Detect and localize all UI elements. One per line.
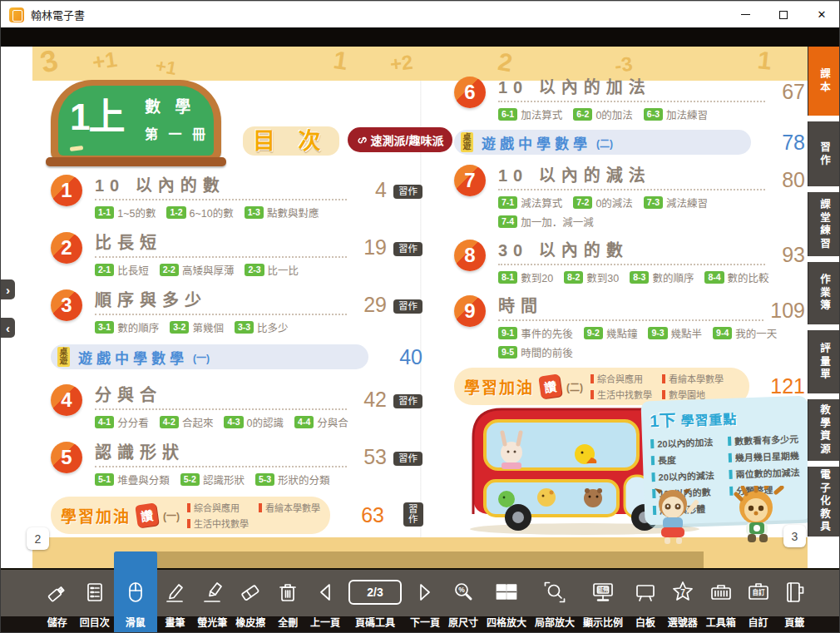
toolbar-page-number-tool-button[interactable]: 2/3 頁碼工具 <box>344 570 406 633</box>
toc-chapter-row[interactable]: 5 認識形狀 53習作 5-1堆疊與分類5-2認識形狀5-3形狀的分類 <box>51 439 422 487</box>
toc-review-row[interactable]: 學習加油 讚 (一) 綜合與應用看繪本學數學生活中找數學 63習作 <box>51 497 422 534</box>
toc-boardgame-row[interactable]: 桌遊 遊戲中學數學(一) 40 <box>51 344 422 369</box>
toc-subsection[interactable]: 9-3幾點半 <box>648 325 702 341</box>
toc-chapter-row[interactable]: 6 10 以內的加法 67 6-1加法算式6-20的加法6-3加法練習 <box>454 74 805 122</box>
toolbar-eraser-button[interactable]: 橡皮擦 <box>231 570 269 633</box>
maximize-button[interactable] <box>764 2 803 28</box>
toc-subsection[interactable]: 2-2高矮與厚薄 <box>160 262 235 278</box>
workbook-badge[interactable]: 習作 <box>393 185 422 200</box>
toolbar-display-ratio-button[interactable]: 延伸 顯示比例 <box>579 570 627 633</box>
horizontal-scrollbar[interactable] <box>139 551 704 568</box>
toc-subsection[interactable]: 7-3減法練習 <box>644 195 708 210</box>
toc-subsection[interactable]: 7-1減法算式 <box>498 195 562 210</box>
toc-subsection[interactable]: 4-2合起來 <box>160 414 214 430</box>
boost-topic-tag: 看繪本學數學 <box>259 501 320 514</box>
mouse-icon <box>123 575 148 610</box>
toc-subsection[interactable]: 9-1事件的先後 <box>498 325 573 341</box>
chapter-page-number: 63 <box>351 505 384 526</box>
quick-test-link[interactable]: 速測派/趣味派 <box>348 127 453 152</box>
subsection-code-badge: 7-1 <box>498 196 517 209</box>
chapter-title: 10 以內的加法 <box>498 78 651 96</box>
toc-chapter-row[interactable]: 3 順序與多少 29習作 3-1數的順序3-2第幾個3-3比多少 <box>51 287 422 335</box>
toc-subsection[interactable]: 7-4加一加．減一減 <box>498 214 594 230</box>
toc-boardgame-row[interactable]: 桌遊 遊戲中學數學(二) 78 <box>454 130 805 155</box>
toc-subsection[interactable]: 7-20的減法 <box>573 195 633 210</box>
workbook-badge[interactable]: 習作 <box>393 452 422 467</box>
toolbar-original-size-button[interactable]: % 原尺寸 <box>444 570 482 633</box>
toc-subsection[interactable]: 8-1數到20 <box>498 270 553 285</box>
toolbar-quad-zoom-button[interactable]: 四格放大 <box>482 570 531 633</box>
toolbar-area-zoom-button[interactable]: 局部放大 <box>531 570 579 633</box>
toc-chapter-row[interactable]: 2 比長短 19習作 2-1比長短2-2高矮與厚薄2-3比一比 <box>51 230 422 278</box>
toc-subsection[interactable]: 1-11~5的數 <box>95 205 156 220</box>
chapter-page-number: 40 <box>389 347 422 368</box>
toc-chapter-row[interactable]: 7 10 以內的減法 80 7-1減法算式7-20的減法7-3減法練習7-4加一… <box>454 162 805 230</box>
sidebar-tab-workbook[interactable]: 習作 <box>808 121 840 186</box>
toolbar-number-picker-button[interactable]: 7 選號器 <box>664 570 702 633</box>
chapter-number-badge: 3 <box>51 289 82 321</box>
subsection-code-badge: 4-2 <box>160 416 179 428</box>
subsection-code-badge: 9-5 <box>498 346 517 359</box>
sidebar-tab-teaching-resources[interactable]: 教學資源 <box>808 399 840 461</box>
subject-label: 數 學 <box>145 94 209 116</box>
toolbar-prev-page-button[interactable]: 上一頁 <box>306 570 344 633</box>
toc-subsection[interactable]: 6-20的加法 <box>573 106 633 122</box>
toolbar-whiteboard-button[interactable]: 白板 <box>627 570 664 633</box>
toc-subsection[interactable]: 9-4我的一天 <box>713 325 777 341</box>
toc-subsection[interactable]: 5-3形狀的分類 <box>255 472 330 487</box>
next-volume-badge: 1下 <box>650 407 676 432</box>
toc-chapter-row[interactable]: 1 10 以內的數 4習作 1-11~5的數1-26~10的數1-3點數與對應 <box>51 172 422 220</box>
learning-point: 20以內的加法 <box>650 434 724 450</box>
toc-subsection[interactable]: 6-3加法練習 <box>644 106 708 122</box>
toolbar-custom-button[interactable]: 自訂 自訂 <box>740 570 777 633</box>
toc-subsection[interactable]: 4-30的認識 <box>224 414 284 430</box>
workbook-badge[interactable]: 習作 <box>393 394 422 409</box>
sidebar-collapse-arrow[interactable]: ‹ <box>1 318 15 338</box>
sidebar-tab-class-practice[interactable]: 課堂練習 <box>808 192 840 256</box>
sidebar-tab-textbook[interactable]: 課本 <box>808 47 840 116</box>
toc-subsection[interactable]: 1-26~10的數 <box>166 205 233 220</box>
toolbar-page-tabs-button[interactable]: 頁籤 <box>776 570 813 633</box>
sidebar-tab-digital-tools[interactable]: 電子化教具 <box>808 467 840 537</box>
toolbar-toolbox-button[interactable]: 工具箱 <box>702 570 740 633</box>
toc-subsection[interactable]: 9-2幾點鐘 <box>584 325 638 341</box>
toc-subsection[interactable]: 3-3比多少 <box>235 319 289 335</box>
close-button[interactable]: ✕ <box>803 2 840 28</box>
toc-subsection[interactable]: 5-1堆疊與分類 <box>95 472 170 487</box>
toc-subsection[interactable]: 8-2數到30 <box>564 270 619 285</box>
minimize-button[interactable] <box>726 2 764 28</box>
workbook-badge[interactable]: 習作 <box>403 502 423 527</box>
volume-label: 第 一 冊 <box>145 123 209 143</box>
toc-subsection[interactable]: 8-4數的比較 <box>704 270 768 285</box>
toc-chapter-row[interactable]: 4 分與合 42習作 4-1分分看4-2合起來4-30的認識4-4分與合 <box>51 382 422 430</box>
toolbar-highlighter-button[interactable]: 螢光筆 <box>193 570 231 633</box>
grade-badge: 1上 <box>70 87 123 141</box>
toc-subsection[interactable]: 5-2認識形狀 <box>180 472 245 487</box>
sidebar-tab-homework-book[interactable]: 作業簿 <box>808 262 840 324</box>
toc-subsection[interactable]: 8-3數的順序 <box>630 270 694 285</box>
sidebar-expand-arrow[interactable]: › <box>1 279 15 299</box>
toc-subsection[interactable]: 3-1數的順序 <box>95 319 159 335</box>
workbook-badge[interactable]: 習作 <box>393 299 422 314</box>
toc-subsection[interactable]: 1-3點數與對應 <box>245 205 319 220</box>
toolbar-pen-button[interactable]: 畫筆 <box>157 570 194 633</box>
display-ratio-icon: 延伸 <box>590 575 615 610</box>
toc-chapter-row[interactable]: 8 30 以內的數 93 8-1數到208-2數到308-3數的順序8-4數的比… <box>454 237 805 285</box>
toc-chapter-row[interactable]: 9 時間 109 9-1事件的先後9-2幾點鐘9-3幾點半9-4我的一天9-5時… <box>454 293 805 360</box>
toolbar-save-button[interactable]: 儲存 <box>39 570 76 633</box>
toolbar-mouse-button[interactable]: 滑鼠 <box>114 551 157 633</box>
toc-subsection[interactable]: 4-4分與合 <box>294 414 348 430</box>
toc-subsection[interactable]: 2-3比一比 <box>245 262 299 278</box>
number-picker-icon: 7 <box>670 575 695 610</box>
toolbar-next-page-button[interactable]: 下一頁 <box>406 570 444 633</box>
toolbar-back-to-toc-button[interactable]: 回目次 <box>76 570 114 633</box>
sidebar-tab-assessment-sheet[interactable]: 評量單 <box>808 330 840 393</box>
toc-subsection[interactable]: 2-1比長短 <box>95 262 149 278</box>
toc-subsection[interactable]: 6-1加法算式 <box>498 106 562 122</box>
toc-subsection[interactable]: 9-5時間的前後 <box>498 344 573 360</box>
toolbar-delete-all-button[interactable]: 全刪 <box>269 570 306 633</box>
toc-subsection[interactable]: 4-1分分看 <box>95 414 149 430</box>
toc-subsection[interactable]: 3-2第幾個 <box>170 319 224 335</box>
math-doodle: 3 <box>37 47 61 78</box>
workbook-badge[interactable]: 習作 <box>393 242 422 257</box>
